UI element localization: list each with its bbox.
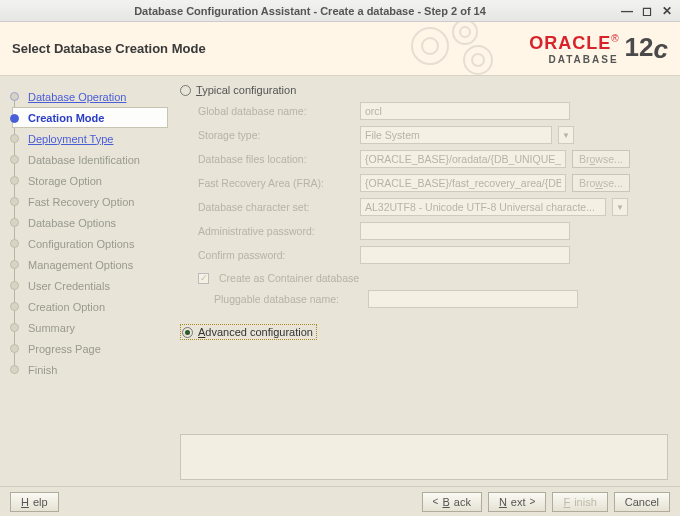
svg-point-1 — [422, 38, 438, 54]
storage-type-label: Storage type: — [198, 129, 354, 141]
brand-version: 12c — [625, 32, 668, 65]
radio-icon — [182, 327, 193, 338]
window-titlebar: Database Configuration Assistant - Creat… — [0, 0, 680, 22]
radio-typical-configuration[interactable]: Typical configuration — [180, 84, 668, 96]
svg-point-5 — [472, 54, 484, 66]
radio-typical-label: Typical configuration — [196, 84, 296, 96]
global-db-name-input — [360, 102, 570, 120]
sidebar-step-0[interactable]: Database Operation — [18, 86, 168, 107]
sidebar-step-3: Database Identification — [18, 149, 168, 170]
page-title: Select Database Creation Mode — [12, 41, 206, 56]
cancel-button[interactable]: Cancel — [614, 492, 670, 512]
sidebar-step-9: User Credentials — [18, 275, 168, 296]
pdb-name-input — [368, 290, 578, 308]
browse-fra-button: Browse... — [572, 174, 630, 192]
svg-point-4 — [464, 46, 492, 74]
db-files-location-label: Database files location: — [198, 153, 354, 165]
maximize-icon[interactable]: ◻ — [640, 4, 654, 18]
sidebar-step-8: Management Options — [18, 254, 168, 275]
back-button[interactable]: < Back — [422, 492, 482, 512]
chevron-down-icon: ▼ — [558, 126, 574, 144]
svg-point-2 — [453, 22, 477, 44]
brand-product: DATABASE — [529, 54, 618, 65]
svg-point-0 — [412, 28, 448, 64]
close-icon[interactable]: ✕ — [660, 4, 674, 18]
fra-input — [360, 174, 566, 192]
gears-decoration-icon — [400, 22, 520, 76]
oracle-logo: ORACLE® DATABASE 12c — [529, 32, 668, 65]
sidebar-step-13: Finish — [18, 359, 168, 380]
charset-select — [360, 198, 606, 216]
window-title: Database Configuration Assistant - Creat… — [6, 5, 614, 17]
fra-label: Fast Recovery Area (FRA): — [198, 177, 354, 189]
create-container-checkbox-label: Create as Container database — [219, 272, 359, 284]
global-db-name-label: Global database name: — [198, 105, 354, 117]
radio-advanced-label: Advanced configuration — [198, 326, 313, 338]
confirm-password-label: Confirm password: — [198, 249, 354, 261]
radio-advanced-configuration[interactable]: Advanced configuration — [180, 324, 317, 340]
wizard-header: Select Database Creation Mode ORACLE® DA… — [0, 22, 680, 76]
pdb-name-label: Pluggable database name: — [214, 293, 362, 305]
sidebar-step-6: Database Options — [18, 212, 168, 233]
message-area — [180, 434, 668, 480]
sidebar-step-1[interactable]: Creation Mode — [12, 107, 168, 128]
sidebar-step-2[interactable]: Deployment Type — [18, 128, 168, 149]
charset-label: Database character set: — [198, 201, 354, 213]
sidebar-step-7: Configuration Options — [18, 233, 168, 254]
typical-config-panel: Global database name: Storage type: ▼ Da… — [198, 102, 668, 318]
next-button[interactable]: Next > — [488, 492, 546, 512]
sidebar-step-10: Creation Option — [18, 296, 168, 317]
brand-name: ORACLE — [529, 33, 611, 53]
wizard-main: Typical configuration Global database na… — [172, 76, 680, 486]
finish-button: Finish — [552, 492, 607, 512]
admin-password-input — [360, 222, 570, 240]
sidebar-step-5: Fast Recovery Option — [18, 191, 168, 212]
storage-type-select — [360, 126, 552, 144]
radio-icon — [180, 85, 191, 96]
sidebar-step-11: Summary — [18, 317, 168, 338]
sidebar-step-12: Progress Page — [18, 338, 168, 359]
sidebar-step-4: Storage Option — [18, 170, 168, 191]
checkbox-icon: ✓ — [198, 273, 209, 284]
wizard-sidebar: Database OperationCreation ModeDeploymen… — [0, 76, 172, 486]
browse-db-files-button: Browse... — [572, 150, 630, 168]
svg-point-3 — [460, 27, 470, 37]
help-button[interactable]: Help — [10, 492, 59, 512]
admin-password-label: Administrative password: — [198, 225, 354, 237]
confirm-password-input — [360, 246, 570, 264]
chevron-down-icon: ▼ — [612, 198, 628, 216]
wizard-footer: Help < Back Next > Finish Cancel — [0, 486, 680, 516]
minimize-icon[interactable]: — — [620, 4, 634, 18]
db-files-location-input — [360, 150, 566, 168]
